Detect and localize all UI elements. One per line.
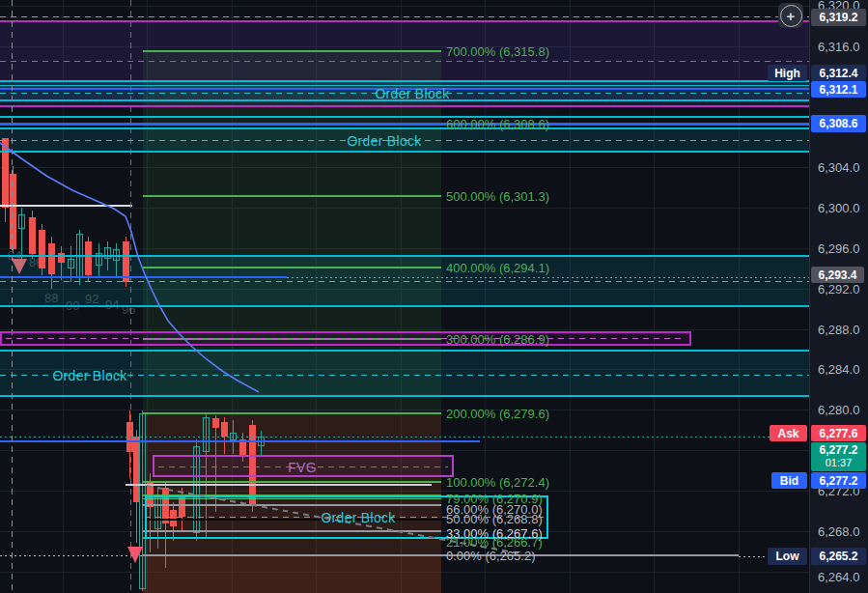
candle bbox=[203, 417, 210, 452]
price-badge: 6,308.6 bbox=[811, 115, 866, 132]
price-badge: 6,277.6 bbox=[811, 425, 866, 441]
order-block-border[interactable] bbox=[0, 127, 809, 129]
level-line bbox=[0, 205, 132, 207]
candle bbox=[221, 422, 228, 437]
fib-line[interactable] bbox=[143, 195, 441, 197]
price-tick: 6,288.0 bbox=[818, 323, 859, 337]
session-vline[interactable] bbox=[130, 0, 131, 593]
level-line bbox=[126, 484, 432, 486]
fib-line[interactable] bbox=[143, 412, 441, 414]
level-300-box-dash bbox=[6, 338, 686, 339]
level-line bbox=[0, 61, 809, 62]
order-block-border[interactable] bbox=[0, 395, 809, 397]
candle bbox=[39, 230, 45, 268]
order-block-dash[interactable] bbox=[0, 281, 809, 282]
price-badge: Bid bbox=[771, 472, 807, 489]
fib-level-label[interactable]: 100.00% (6,272.4) bbox=[446, 475, 549, 490]
current-price: 6,277.2 bbox=[819, 444, 857, 457]
fvg-label[interactable]: FVG bbox=[288, 460, 317, 475]
level-line bbox=[0, 555, 143, 556]
chart-pane[interactable]: 84868890929496700.00% (6,315.8)600.00% (… bbox=[0, 0, 809, 593]
price-badge: 6,319.2 bbox=[811, 9, 866, 26]
candle bbox=[48, 243, 55, 274]
fib-level-label[interactable]: 21.00% (6,266.7) bbox=[446, 535, 543, 550]
fib-level-label[interactable]: 300.00% (6,286.9) bbox=[446, 332, 549, 347]
candle bbox=[18, 214, 25, 229]
price-tick: 6,296.0 bbox=[818, 241, 859, 256]
fib-level-label[interactable]: 0.00% (6,265.2) bbox=[446, 549, 536, 563]
price-badge: 6,312.1 bbox=[811, 81, 866, 98]
level-line bbox=[0, 116, 809, 118]
order-block-border[interactable] bbox=[0, 305, 809, 307]
order-block-label[interactable]: Order Block bbox=[321, 510, 395, 525]
price-tick: 6,300.0 bbox=[818, 201, 859, 215]
fib-level-label[interactable]: 500.00% (6,301.3) bbox=[446, 189, 549, 204]
level-line bbox=[0, 276, 287, 278]
fib-level-label[interactable]: 600.00% (6,308.6) bbox=[446, 117, 549, 131]
price-badge: High bbox=[768, 65, 807, 81]
price-badge: 6,312.4 bbox=[811, 65, 866, 81]
order-block-label[interactable]: Order Block bbox=[375, 86, 449, 101]
order-block-border[interactable] bbox=[0, 151, 809, 153]
price-badge: Low bbox=[768, 548, 807, 565]
fib-level-label[interactable]: 700.00% (6,315.8) bbox=[446, 44, 549, 59]
price-tick: 6,284.0 bbox=[818, 362, 859, 377]
order-block-label[interactable]: Order Block bbox=[347, 133, 421, 149]
candle bbox=[85, 241, 92, 275]
fib-line[interactable] bbox=[143, 267, 441, 268]
level-line bbox=[0, 20, 809, 22]
order-block-border[interactable] bbox=[0, 80, 809, 82]
session-vline[interactable] bbox=[12, 0, 13, 593]
fib-level-label[interactable]: 50.00% (6,268.8) bbox=[446, 512, 543, 526]
current-price-badge: 6,277.201:37 bbox=[811, 442, 866, 471]
fib-line[interactable] bbox=[143, 481, 441, 483]
level-line bbox=[143, 554, 739, 556]
candle bbox=[2, 138, 9, 208]
fib-line[interactable] bbox=[143, 50, 441, 52]
candle bbox=[104, 247, 111, 259]
candle bbox=[212, 418, 219, 428]
candle bbox=[29, 217, 36, 254]
price-tick: 6,292.0 bbox=[818, 282, 859, 296]
price-badge: 6,265.2 bbox=[811, 548, 866, 565]
level-line bbox=[287, 277, 809, 278]
order-block-border[interactable] bbox=[0, 350, 809, 352]
gridline-h bbox=[0, 6, 809, 7]
candle bbox=[68, 259, 74, 268]
level-line bbox=[0, 440, 480, 442]
order-block-label[interactable]: Order Block bbox=[52, 368, 126, 383]
price-tick: 6,304.0 bbox=[818, 160, 859, 175]
trading-chart-window: 84868890929496700.00% (6,315.8)600.00% (… bbox=[0, 0, 868, 593]
candle-wick bbox=[61, 246, 62, 280]
sell-marker-triangle[interactable] bbox=[12, 259, 27, 274]
level-line bbox=[0, 437, 778, 438]
level-line bbox=[0, 123, 809, 126]
level-line bbox=[0, 16, 809, 17]
plus-icon: + bbox=[780, 5, 802, 27]
order-block-border[interactable] bbox=[0, 255, 809, 257]
price-tick: 6,316.0 bbox=[818, 40, 859, 54]
price-tick: 6,268.0 bbox=[818, 524, 859, 539]
level-line bbox=[0, 105, 809, 107]
sell-marker-triangle[interactable] bbox=[127, 547, 143, 563]
bar-countdown: 01:37 bbox=[826, 457, 853, 469]
price-badge: 6,277.2 bbox=[811, 472, 866, 489]
price-badge: Ask bbox=[770, 425, 807, 441]
price-tick: 6,264.0 bbox=[818, 570, 859, 584]
fib-level-label[interactable]: 200.00% (6,279.6) bbox=[446, 407, 549, 421]
add-alert-plus-button[interactable]: + bbox=[778, 3, 803, 28]
fib-level-label[interactable]: 400.00% (6,294.1) bbox=[446, 261, 549, 275]
price-tick: 6,280.0 bbox=[818, 403, 859, 417]
loss-zone-deep bbox=[143, 555, 441, 593]
price-badge: 6,293.4 bbox=[811, 267, 864, 283]
